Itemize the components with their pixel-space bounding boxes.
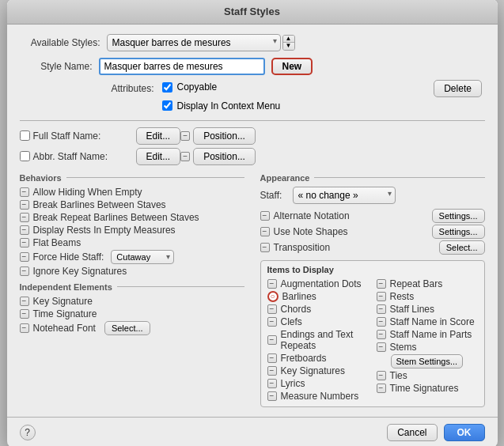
dialog-footer: ? Cancel OK	[7, 417, 498, 447]
flat-beams-minus[interactable]: −	[20, 238, 29, 248]
item-time-signatures: − Time Signatures	[377, 382, 478, 395]
barlines-circle[interactable]: ○	[267, 291, 279, 302]
style-name-input[interactable]	[99, 58, 265, 75]
abbr-staff-name-label: Abbr. Staff Name:	[33, 151, 136, 162]
copyable-label: Copyable	[177, 81, 218, 93]
staff-select-wrapper: « no change »	[293, 187, 396, 204]
time-sigs-minus[interactable]: −	[377, 384, 386, 393]
ok-button[interactable]: OK	[444, 424, 485, 441]
item-augmentation-dots: − Augmentation Dots	[267, 278, 369, 290]
break-repeat-minus[interactable]: −	[20, 213, 29, 222]
abbr-staff-edit-button[interactable]: Edit...	[136, 148, 181, 165]
item-stems: − Stems	[377, 341, 478, 353]
indep-notehead-font: − Notehead Font Select...	[20, 320, 244, 336]
display-rests-minus[interactable]: −	[20, 225, 29, 235]
abbr-staff-minus[interactable]: −	[180, 152, 190, 161]
chords-minus[interactable]: −	[267, 304, 277, 314]
item-key-signatures: − Key Signatures	[267, 365, 369, 377]
appearance-alt-notation: − Alternate Notation Settings...	[260, 208, 485, 224]
fretboards-minus[interactable]: −	[267, 353, 277, 363]
notehead-select-button[interactable]: Select...	[104, 321, 150, 335]
available-styles-stepper[interactable]: ▲ ▼	[282, 35, 295, 51]
allow-hiding-minus[interactable]: −	[20, 187, 29, 197]
item-measure-numbers: − Measure Numbers	[267, 390, 369, 403]
appearance-transposition: − Transposition Select...	[260, 240, 485, 255]
stepper-down[interactable]: ▼	[283, 43, 294, 50]
stems-minus[interactable]: −	[377, 342, 386, 352]
transposition-select[interactable]: Select...	[439, 240, 485, 255]
force-hide-select-wrapper: Cutaway	[111, 250, 174, 264]
behaviors-header: Behaviors	[20, 173, 244, 183]
staff-name-parts-minus[interactable]: −	[377, 330, 386, 339]
display-context-checkbox[interactable]	[162, 100, 172, 111]
item-rests: − Rests	[377, 290, 478, 303]
full-staff-edit-button[interactable]: Edit...	[136, 127, 181, 145]
staff-select[interactable]: « no change »	[293, 187, 396, 204]
item-repeat-bars: − Repeat Bars	[377, 278, 478, 290]
endings-minus[interactable]: −	[267, 335, 277, 345]
notehead-minus[interactable]: −	[20, 323, 29, 333]
ignore-key-minus[interactable]: −	[20, 266, 29, 276]
behavior-force-hide: − Force Hide Staff: Cutaway	[20, 249, 244, 265]
help-button[interactable]: ?	[20, 425, 36, 440]
behavior-display-rests: − Display Rests In Empty Measures	[20, 224, 244, 236]
stem-settings-button[interactable]: Stem Settings...	[391, 354, 464, 369]
repeat-bars-minus[interactable]: −	[377, 279, 386, 289]
staff-name-score-minus[interactable]: −	[377, 317, 386, 327]
full-staff-minus[interactable]: −	[180, 131, 190, 141]
break-barlines-minus[interactable]: −	[20, 200, 29, 210]
aug-dots-minus[interactable]: −	[267, 279, 277, 289]
force-hide-minus[interactable]: −	[20, 252, 29, 262]
key-sig-minus[interactable]: −	[20, 297, 29, 306]
appearance-use-note-shapes: − Use Note Shapes Settings...	[260, 224, 485, 240]
available-styles-row: Available Styles: Masquer barres de mesu…	[20, 34, 485, 51]
items-col-left: − Augmentation Dots ○ Barlines − Chords	[267, 278, 369, 403]
staff-label: Staff:	[260, 190, 289, 201]
abbr-staff-position-button[interactable]: Position...	[193, 148, 256, 165]
clefs-minus[interactable]: −	[267, 317, 277, 327]
attributes-label-row: Attributes: Copyable Delete	[112, 80, 482, 97]
ties-minus[interactable]: −	[377, 371, 386, 380]
staff-lines-minus[interactable]: −	[377, 304, 386, 314]
rests-minus[interactable]: −	[377, 292, 386, 301]
item-endings: − Endings and Text Repeats	[267, 328, 369, 352]
attributes-row: Attributes: Copyable Delete Display In C…	[112, 80, 485, 114]
available-styles-select[interactable]: Masquer barres de mesures	[107, 34, 281, 51]
style-name-label: Style Name:	[20, 61, 99, 72]
use-note-shapes-minus[interactable]: −	[260, 227, 270, 236]
main-two-col: Behaviors − Allow Hiding When Empty − Br…	[20, 168, 485, 407]
abbr-staff-name-checkbox[interactable]	[20, 151, 30, 161]
item-fretboards: − Fretboards	[267, 352, 369, 365]
item-staff-lines: − Staff Lines	[377, 303, 478, 316]
full-staff-name-checkbox[interactable]	[20, 130, 30, 141]
abbr-staff-name-row: Abbr. Staff Name: Edit... − Position...	[20, 148, 485, 165]
items-two-col: − Augmentation Dots ○ Barlines − Chords	[267, 278, 478, 403]
alt-notation-settings[interactable]: Settings...	[432, 209, 485, 223]
item-staff-name-score: − Staff Name in Score	[377, 316, 478, 328]
transposition-minus[interactable]: −	[260, 243, 270, 252]
behaviors-list: − Allow Hiding When Empty − Break Barlin…	[20, 186, 244, 278]
key-sigs-minus[interactable]: −	[267, 366, 277, 376]
right-column: Appearance Staff: « no change » − Altern…	[252, 168, 485, 407]
delete-btn-container: Delete	[434, 80, 482, 97]
behavior-break-barlines: − Break Barlines Between Staves	[20, 198, 244, 211]
item-ties: − Ties	[377, 369, 478, 382]
items-to-display-section: Items to Display − Augmentation Dots ○ B…	[260, 260, 485, 407]
item-staff-name-parts: − Staff Name in Parts	[377, 328, 478, 341]
style-name-row: Style Name: New	[20, 58, 485, 75]
alt-notation-minus[interactable]: −	[260, 211, 270, 221]
independent-elements-header: Independent Elements	[20, 282, 244, 292]
full-staff-position-button[interactable]: Position...	[193, 127, 256, 145]
force-hide-select[interactable]: Cutaway	[111, 250, 174, 264]
time-sig-minus[interactable]: −	[20, 309, 29, 319]
new-button[interactable]: New	[271, 58, 313, 75]
measure-nums-minus[interactable]: −	[267, 391, 277, 401]
delete-button[interactable]: Delete	[434, 80, 482, 97]
copyable-checkbox[interactable]	[162, 82, 172, 93]
note-shapes-settings[interactable]: Settings...	[432, 225, 485, 239]
available-styles-select-wrapper: Masquer barres de mesures	[107, 34, 281, 51]
appearance-staff-row: Staff: « no change »	[260, 186, 485, 205]
cancel-button[interactable]: Cancel	[387, 424, 437, 441]
lyrics-minus[interactable]: −	[267, 379, 277, 388]
behavior-break-repeat: − Break Repeat Barlines Between Staves	[20, 211, 244, 224]
